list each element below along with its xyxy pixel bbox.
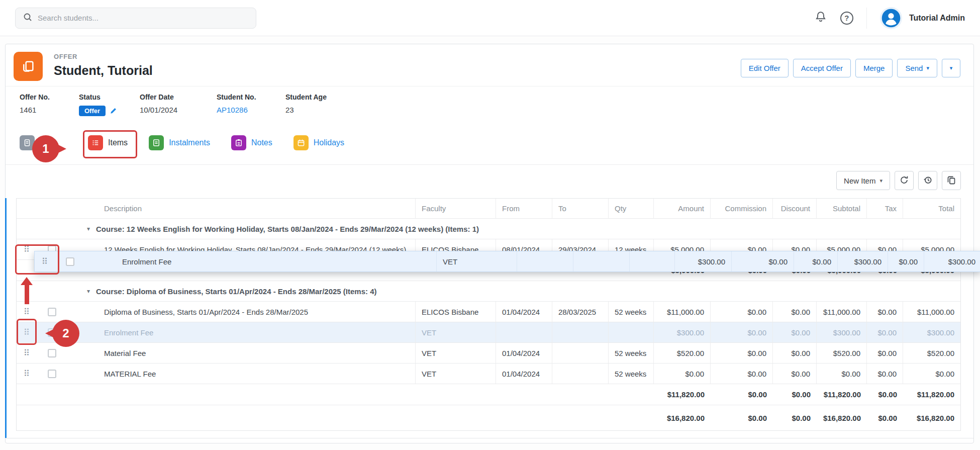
history-icon [923,175,933,187]
items-table: Description Faculty From To Qty Amount C… [16,198,961,431]
cell-faculty: VET [416,364,496,384]
search-input[interactable] [38,14,249,22]
cell-qty [609,322,654,342]
annotation-arrow-up [21,277,33,304]
grand-amount: $16,820.00 [654,405,711,430]
col-subtotal: Subtotal [817,199,867,218]
cell-total: $0.00 [903,364,960,384]
row-checkbox[interactable] [48,308,56,316]
status-field: Status Offer [79,93,140,116]
student-no-field: Student No. AP10286 [217,93,285,116]
subtotal-total: $11,820.00 [903,384,960,405]
accept-offer-button[interactable]: Accept Offer [793,59,851,77]
cell-qty [630,251,675,272]
status-badge: Offer [79,106,106,116]
history-button[interactable] [918,171,937,190]
cell-tax: $0.00 [867,343,903,363]
tab-notes-label: Notes [251,138,272,147]
cell-discount: $0.00 [773,322,817,342]
copy-icon [946,175,956,187]
group-header-course-2: ▾ Course: Diploma of Business, Starts 01… [17,281,960,302]
tab-holidays[interactable]: Holidays [293,135,344,150]
edit-status-icon[interactable] [110,106,118,116]
cell-qty: 52 weeks [609,364,654,384]
cell-discount: $0.00 [773,364,817,384]
cell-qty: 52 weeks [609,343,654,363]
grand-subtotal: $16,820.00 [817,405,867,430]
items-tab-panel: New Item ▾ [6,171,973,431]
table-row-drag-source: ⠿ Enrolment Fee VET $300.00 $0.00 $0.00 … [17,322,960,343]
row-checkbox[interactable] [48,370,56,378]
grand-total-row: $16,820.00 $0.00 $0.00 $16,820.00 $0.00 … [17,405,960,430]
send-button[interactable]: Send▾ [897,59,937,77]
edit-offer-button[interactable]: Edit Offer [741,59,789,77]
student-age-value: 23 [285,106,327,114]
avatar [880,7,902,29]
user-name: Tutorial Admin [909,14,965,23]
col-total: Total [903,199,960,218]
cell-description: Enrolment Fee [67,322,416,342]
drag-handle-icon[interactable]: ⠿ [24,370,30,378]
col-to: To [552,199,609,218]
cell-amount: $300.00 [675,251,732,272]
record-type-label: OFFER [54,53,153,60]
collapse-caret-icon[interactable]: ▾ [87,288,90,295]
cell-faculty: VET [437,251,517,272]
student-age-field: Student Age 23 [285,93,327,116]
notes-tab-icon [231,135,246,150]
subtotal-subtotal: $11,820.00 [817,384,867,405]
tab-notes[interactable]: Notes [231,135,272,150]
chevron-down-icon: ▾ [950,65,953,71]
col-tax: Tax [867,199,903,218]
notifications-button[interactable] [814,11,827,25]
items-toolbar: New Item ▾ [16,171,961,190]
tab-instalments[interactable]: Instalments [149,135,210,150]
row-checkbox[interactable] [48,349,56,357]
cell-from: 01/04/2024 [496,343,552,363]
annotation-box-drop-target [15,244,59,275]
col-amount: Amount [654,199,711,218]
cell-discount: $0.00 [794,251,838,272]
student-search[interactable] [15,8,256,29]
drag-handle-icon[interactable]: ⠿ [24,349,30,357]
chevron-down-icon: ▾ [879,177,883,184]
cell-description: MATERIAL Fee [67,364,416,384]
cell-to [552,364,609,384]
more-actions-button[interactable]: ▾ [942,59,960,77]
drag-handle-icon[interactable]: ⠿ [24,308,30,316]
cell-tax: $0.00 [867,322,903,342]
tab-holidays-label: Holidays [314,138,344,147]
cell-commission: $0.00 [711,322,773,342]
col-description: Description [67,199,416,218]
offer-date-value: 10/01/2024 [140,106,217,114]
cell-commission: $0.00 [732,251,794,272]
merge-button[interactable]: Merge [855,59,893,77]
group-subtotal-row: $11,820.00 $0.00 $0.00 $11,820.00 $0.00 … [17,384,960,405]
tab-bar: Items Instalments Notes Holidays [6,126,973,165]
cell-description: Diploma of Business, Starts 01/Apr/2024 … [67,302,416,322]
cell-from [496,322,552,342]
new-item-button[interactable]: New Item ▾ [836,171,890,190]
cell-description: Enrolment Fee [85,251,437,272]
cell-tax: $0.00 [867,364,903,384]
table-header-row: Description Faculty From To Qty Amount C… [17,199,960,219]
offer-no-value: 1461 [20,106,79,114]
student-no-link[interactable]: AP10286 [217,106,248,114]
help-button[interactable]: ? [840,12,853,25]
user-menu[interactable]: Tutorial Admin [880,7,965,29]
cell-description: Material Fee [67,343,416,363]
row-checkbox[interactable] [66,257,74,266]
cell-tax: $0.00 [867,302,903,322]
refresh-button[interactable] [895,171,914,190]
table-row: ⠿ MATERIAL Fee VET 01/04/2024 52 weeks $… [17,364,960,384]
offer-date-field: Offer Date 10/01/2024 [140,93,217,116]
collapse-caret-icon[interactable]: ▾ [87,225,90,232]
panel-accent-bar [5,198,7,438]
col-discount: Discount [773,199,817,218]
grand-commission: $0.00 [711,405,773,430]
cell-faculty: VET [416,343,496,363]
dragged-row[interactable]: ⠿ Enrolment Fee VET $300.00 $0.00 $0.00 … [34,251,980,272]
subtotal-commission: $0.00 [711,384,773,405]
cell-subtotal: $0.00 [817,364,867,384]
copy-button[interactable] [942,171,961,190]
